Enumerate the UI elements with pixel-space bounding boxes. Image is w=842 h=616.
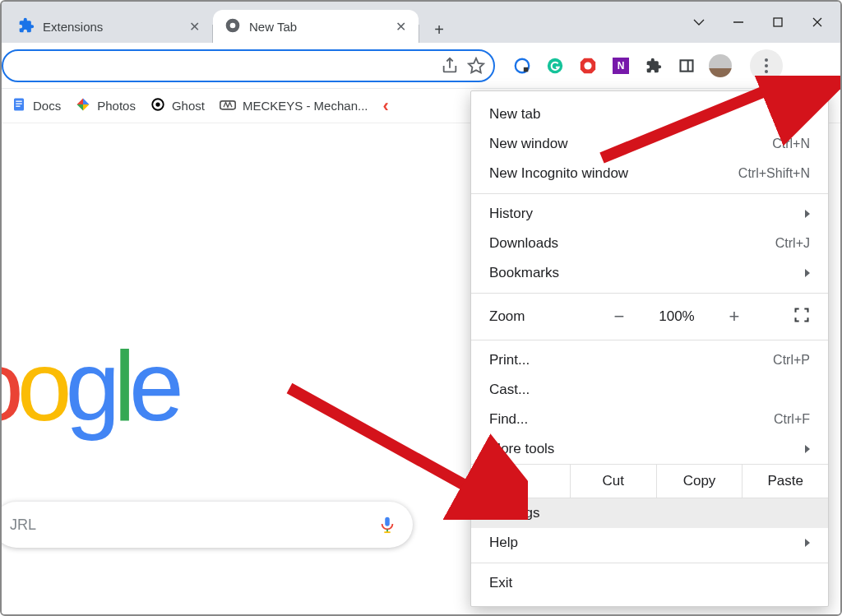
svg-point-7: [548, 58, 562, 72]
menu-new-window[interactable]: New windowCtrl+N: [471, 129, 828, 159]
tab-title: New Tab: [249, 20, 297, 34]
side-panel-icon[interactable]: [676, 55, 697, 76]
onenote-icon[interactable]: N: [610, 55, 632, 76]
menu-history[interactable]: History: [471, 199, 828, 229]
zoom-value: 100%: [650, 308, 703, 325]
chrome-icon: [224, 17, 241, 36]
menu-settings[interactable]: Settings: [471, 498, 828, 528]
svg-point-1: [230, 22, 236, 28]
close-tab-button[interactable]: ✕: [187, 20, 201, 33]
svg-rect-15: [16, 106, 20, 107]
menu-downloads[interactable]: DownloadsCtrl+J: [471, 229, 828, 258]
chrome-menu: New tabCtrl+T New windowCtrl+N New Incog…: [470, 90, 829, 607]
extension-icons: N: [511, 49, 789, 82]
bookmark-meckeys[interactable]: MECKEYS - Mechan...: [220, 98, 368, 113]
close-tab-button[interactable]: ✕: [394, 20, 407, 33]
tab-strip: Extensions ✕ New Tab ✕ +: [2, 2, 840, 43]
puzzle-icon: [18, 17, 35, 36]
zoom-out-button[interactable]: −: [604, 306, 634, 327]
menu-help[interactable]: Help: [471, 528, 828, 558]
menu-print[interactable]: Print...Ctrl+P: [471, 345, 828, 375]
search-placeholder: JRL: [10, 516, 36, 534]
share-icon[interactable]: [441, 57, 459, 75]
bookmark-label: MECKEYS - Mechan...: [243, 99, 368, 113]
bookmark-star-icon[interactable]: [467, 57, 485, 75]
tab-new-tab[interactable]: New Tab ✕: [213, 10, 419, 43]
tab-separator: [419, 25, 419, 43]
menu-separator: [471, 563, 828, 563]
profile-avatar[interactable]: [709, 54, 732, 77]
svg-rect-12: [14, 99, 24, 111]
edit-label: Edit: [471, 473, 570, 489]
menu-edit-row: Edit Cut Copy Paste: [471, 464, 828, 498]
svg-rect-10: [681, 60, 693, 71]
voice-search-icon[interactable]: [378, 516, 396, 534]
google-logo: oogle: [2, 329, 178, 442]
svg-rect-14: [16, 104, 22, 104]
menu-more-tools[interactable]: More tools: [471, 434, 828, 464]
zoom-in-button[interactable]: +: [719, 306, 749, 327]
submenu-arrow-icon: [805, 443, 810, 456]
new-tab-button[interactable]: +: [426, 16, 452, 43]
menu-separator: [471, 293, 828, 294]
chevron-left-icon: ‹: [382, 95, 388, 117]
toolbar: N: [2, 43, 840, 89]
edit-copy[interactable]: Copy: [656, 465, 743, 498]
docs-icon: [12, 97, 26, 114]
address-bar[interactable]: [2, 49, 495, 82]
edit-cut[interactable]: Cut: [570, 465, 656, 498]
menu-cast[interactable]: Cast...: [471, 375, 828, 405]
zoom-label: Zoom: [489, 308, 588, 325]
svg-rect-19: [385, 517, 390, 526]
grammarly-icon[interactable]: [544, 55, 566, 76]
three-dot-menu-button[interactable]: [750, 49, 783, 82]
bookmark-photos[interactable]: Photos: [76, 97, 136, 114]
close-window-button[interactable]: [798, 6, 837, 39]
menu-bookmarks[interactable]: Bookmarks: [471, 258, 828, 288]
minimize-button[interactable]: [719, 6, 758, 39]
menu-new-incognito[interactable]: New Incognito windowCtrl+Shift+N: [471, 159, 828, 188]
tab-title: Extensions: [43, 20, 103, 34]
svg-marker-4: [469, 58, 483, 72]
bookmark-label: Photos: [97, 99, 136, 113]
bookmark-label: Ghost: [172, 99, 205, 113]
menu-separator: [471, 340, 828, 340]
extensions-puzzle-icon[interactable]: [643, 55, 664, 76]
menu-new-tab[interactable]: New tabCtrl+T: [471, 100, 828, 129]
window-controls: [679, 2, 837, 43]
svg-rect-6: [524, 67, 529, 72]
svg-point-9: [584, 62, 591, 69]
menu-separator: [471, 193, 828, 194]
submenu-arrow-icon: [805, 537, 810, 549]
svg-rect-13: [16, 101, 22, 102]
bookmark-label: Docs: [33, 99, 61, 113]
tab-extensions[interactable]: Extensions ✕: [7, 10, 212, 43]
submenu-arrow-icon: [805, 208, 810, 220]
edit-paste[interactable]: Paste: [742, 465, 828, 498]
extension-icon-1[interactable]: [511, 55, 533, 76]
google-search-input[interactable]: JRL: [2, 502, 413, 548]
bookmark-ghost[interactable]: Ghost: [150, 97, 205, 114]
svg-point-17: [155, 102, 160, 106]
dropdown-caret-icon[interactable]: [679, 6, 719, 39]
adblock-icon[interactable]: [577, 55, 599, 76]
svg-rect-3: [774, 18, 782, 26]
meckeys-icon: [220, 98, 236, 113]
bookmark-overflow-chevron[interactable]: ‹: [382, 95, 388, 117]
menu-find[interactable]: Find...Ctrl+F: [471, 405, 828, 434]
submenu-arrow-icon: [805, 267, 810, 280]
photos-icon: [76, 97, 90, 114]
menu-zoom-row: Zoom − 100% +: [471, 299, 828, 335]
menu-exit[interactable]: Exit: [471, 568, 828, 598]
ghost-icon: [150, 97, 165, 114]
maximize-button[interactable]: [758, 6, 798, 39]
bookmark-docs[interactable]: Docs: [12, 97, 61, 114]
fullscreen-button[interactable]: [793, 307, 810, 327]
